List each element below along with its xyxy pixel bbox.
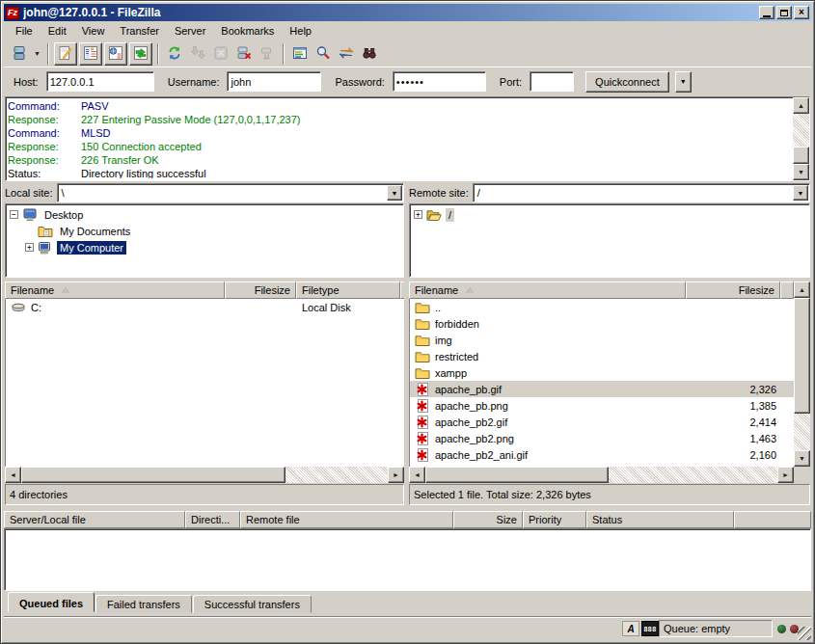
remote-hscrollbar[interactable]: ◄ ► (409, 467, 794, 483)
queue-column-remote-file[interactable]: Remote file (240, 511, 453, 528)
expand-icon[interactable]: + (25, 243, 34, 252)
file-row--[interactable]: .. (410, 299, 794, 315)
log-line-label: Command: (8, 99, 81, 113)
local-site-dropdown[interactable]: ▼ (387, 185, 402, 201)
scroll-thumb[interactable] (794, 298, 810, 414)
toolbar-site-manager[interactable] (8, 42, 31, 66)
host-input[interactable] (46, 71, 154, 92)
toolbar-toggle-transfer-queue[interactable] (129, 42, 152, 66)
message-log-scrollbar[interactable]: ▲ ▼ (793, 97, 809, 180)
local-site-combo[interactable]: \ ▼ (57, 183, 404, 202)
remote-site-dropdown[interactable]: ▼ (793, 185, 808, 201)
tab-queued-files[interactable]: Queued files (8, 592, 95, 612)
tab-failed-transfers[interactable]: Failed transfers (95, 595, 192, 613)
file-row-apache-pb2-ani-gif[interactable]: apache_pb2_ani.gif2,160 (410, 446, 794, 463)
title-bar[interactable]: Fz john@127.0.0.1 - FileZilla × (4, 4, 811, 21)
tree-item-my-documents[interactable]: My Documents (8, 223, 403, 239)
scroll-right-button[interactable]: ► (388, 467, 404, 483)
speed-limit-indicator-icon[interactable]: 888 (641, 621, 659, 636)
filename-text: apache_pb2.png (435, 433, 514, 444)
toolbar-directory-filters[interactable] (288, 42, 312, 66)
queue-column-priority[interactable]: Priority (523, 511, 586, 528)
toolbar-refresh[interactable] (163, 42, 186, 66)
toolbar-synchronized-browsing[interactable] (335, 42, 358, 66)
quickconnect-button[interactable]: Quickconnect (585, 71, 669, 93)
tree-item-desktop[interactable]: −Desktop (8, 206, 403, 223)
toolbar-toggle-message-log[interactable] (54, 42, 77, 66)
close-button[interactable]: × (794, 6, 809, 19)
scroll-down-button[interactable]: ▼ (794, 450, 810, 467)
menu-edit[interactable]: Edit (41, 22, 74, 40)
file-row-xampp[interactable]: xampp (410, 364, 794, 381)
minimize-button[interactable] (759, 6, 774, 19)
close-icon: × (799, 8, 804, 17)
tab-successful-transfers[interactable]: Successful transfers (193, 595, 312, 613)
file-row-restricted[interactable]: restricted (410, 348, 794, 364)
filezilla-app-icon[interactable]: Fz (6, 7, 19, 19)
collapse-icon[interactable]: − (10, 210, 18, 219)
scroll-right-button[interactable]: ► (777, 467, 794, 483)
file-row-apache-pb-gif[interactable]: apache_pb.gif2,326 (410, 381, 794, 397)
queue-column-status[interactable]: Status (586, 511, 734, 528)
column-header-filename[interactable]: Filename (5, 282, 225, 299)
expand-icon[interactable]: + (414, 210, 422, 219)
scroll-thumb[interactable] (21, 467, 285, 483)
column-header-label: Filetype (302, 284, 340, 296)
toolbar-directory-comparison[interactable] (312, 42, 335, 66)
toolbar-toggle-local-tree[interactable] (79, 42, 102, 66)
filename-text: img (435, 335, 452, 346)
quickconnect-dropdown-button[interactable]: ▼ (675, 71, 692, 93)
scroll-thumb[interactable] (793, 147, 809, 164)
menu-transfer[interactable]: Transfer (112, 22, 167, 40)
toolbar-disconnect[interactable] (232, 42, 256, 66)
toolbar-toggle-remote-tree[interactable] (104, 42, 127, 66)
remote-site-combo[interactable]: / ▼ (473, 183, 810, 202)
scroll-thumb[interactable] (425, 467, 609, 483)
port-input[interactable] (530, 71, 574, 92)
filesize-cell: 2,160 (687, 449, 781, 461)
menu-bookmarks[interactable]: Bookmarks (213, 22, 282, 40)
menu-file[interactable]: File (8, 22, 41, 40)
toolbar-find-files[interactable] (358, 42, 381, 66)
toolbar-reconnect[interactable] (256, 42, 279, 66)
toolbar-cancel-operation[interactable] (209, 42, 232, 66)
file-row-apache-pb-png[interactable]: apache_pb.png1,385 (410, 397, 794, 414)
tree-item--[interactable]: +/ (412, 206, 809, 223)
scroll-up-button[interactable]: ▲ (793, 97, 809, 114)
queue-column-directi-[interactable]: Directi... (185, 511, 240, 528)
local-file-list: C:Local Disk (5, 299, 404, 467)
filesize-cell: 2,326 (687, 384, 781, 395)
username-input[interactable] (227, 71, 321, 92)
queue-column-size[interactable]: Size (453, 511, 523, 528)
file-row-img[interactable]: img (410, 332, 794, 348)
column-header-filetype[interactable]: Filetype (296, 282, 400, 299)
reconnect-icon (259, 45, 275, 63)
scroll-left-button[interactable]: ◄ (409, 467, 425, 483)
menu-help[interactable]: Help (282, 22, 319, 40)
file-row-c-[interactable]: C:Local Disk (6, 299, 404, 315)
queue-column-server-local-file[interactable]: Server/Local file (4, 511, 185, 528)
local-hscrollbar[interactable]: ◄ ► (5, 467, 404, 483)
file-row-apache-pb2-gif[interactable]: apache_pb2.gif2,414 (410, 414, 794, 430)
scroll-down-button[interactable]: ▼ (793, 164, 809, 180)
minimize-icon (763, 15, 771, 17)
toolbar-separator (47, 43, 49, 65)
column-header-filesize[interactable]: Filesize (225, 282, 296, 299)
column-header-filename[interactable]: Filename (409, 282, 686, 299)
file-row-forbidden[interactable]: forbidden (410, 315, 794, 332)
transfer-type-indicator-icon[interactable]: A (622, 621, 639, 636)
remote-vscrollbar[interactable]: ▲ ▼ (794, 282, 810, 467)
password-input[interactable] (393, 71, 486, 92)
column-header-label: Priority (529, 514, 561, 525)
scroll-left-button[interactable]: ◄ (5, 467, 21, 483)
toolbar-site-manager-dropdown[interactable]: ▼ (31, 42, 43, 66)
resize-grip[interactable] (798, 627, 811, 640)
file-row-apache-pb2-png[interactable]: apache_pb2.png1,463 (410, 430, 794, 446)
toolbar-process-queue[interactable] (186, 42, 209, 66)
maximize-button[interactable] (776, 6, 792, 19)
menu-server[interactable]: Server (167, 22, 213, 40)
column-header-filesize[interactable]: Filesize (686, 282, 780, 299)
scroll-up-button[interactable]: ▲ (794, 282, 810, 298)
tree-item-my-computer[interactable]: +My Computer (8, 239, 403, 255)
menu-view[interactable]: View (74, 22, 113, 40)
